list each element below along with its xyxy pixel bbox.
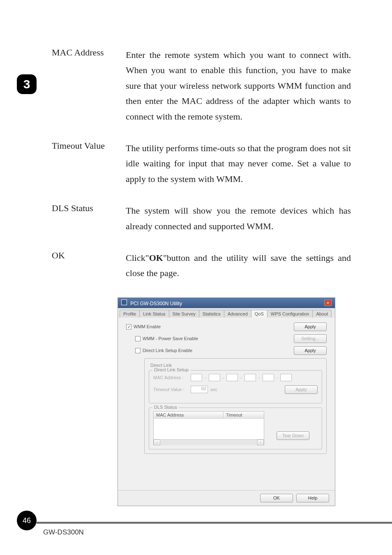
mac-octet-3[interactable] [226,374,238,381]
dls-enable-checkbox-wrap[interactable]: Direct Link Setup Enable [135,348,192,353]
mac-octet-4[interactable] [244,374,256,381]
apply-button-dls[interactable]: Apply [294,346,327,355]
timeout-row: Timeout Value : 60 sec Apply [153,385,318,394]
teardown-button: Tear Down [277,431,309,440]
dls-enable-checkbox[interactable] [135,348,141,353]
titlebar-left: PCI GW-DS300N Utility [121,299,182,306]
dls-header-mac: MAC Address [154,412,224,418]
mac-octet-5[interactable] [263,374,274,381]
mac-sep: - [223,375,224,380]
dls-header-row: MAC Address Timeout [154,412,264,419]
wmm-ps-checkbox-wrap[interactable]: WMM - Power Save Enable [135,336,198,341]
wmm-enable-row: ✓ WMM Enable Apply [126,322,327,331]
dls-setup-group-label: Direct Link Setup [152,367,190,372]
mac-address-row: MAC Address : - - - - - [153,374,318,381]
dialog-footer: OK Help [118,490,335,506]
footer-divider [37,522,392,522]
tab-statistics[interactable]: Statistics [199,310,224,318]
scroll-track[interactable] [160,440,257,445]
tab-advanced[interactable]: Advanced [224,310,251,318]
desc-ok-pre: Click" [126,253,149,263]
utility-dialog: PCI GW-DS300N Utility × Profile Link Sta… [118,297,335,506]
scroll-left-icon[interactable]: ‹ [154,440,160,445]
wmm-ps-row: WMM - Power Save Enable Setting... [135,334,327,343]
teardown-wrap: Tear Down [277,411,309,445]
wmm-enable-checkbox[interactable]: ✓ [126,324,131,329]
dls-setup-group: Direct Link Setup MAC Address : - - - - … [149,370,322,403]
tab-qos[interactable]: QoS [251,310,267,318]
mac-octet-1[interactable] [191,374,202,381]
footer-divider [37,523,392,523]
ok-button[interactable]: OK [260,494,293,502]
help-button[interactable]: Help [296,494,329,502]
desc-dls-status: The system will show you the remote devi… [126,203,351,234]
dls-enable-row: Direct Link Setup Enable Apply [135,346,327,355]
mac-sep: - [277,375,278,380]
desc-ok: Click"OK"button and the utility will sav… [126,250,351,281]
content-area: MAC Address Enter the remote system whic… [52,47,351,506]
horizontal-scrollbar[interactable]: ‹ › [154,439,264,445]
setting-button: Setting... [294,334,327,343]
definition-row: DLS Status The system will show you the … [52,203,351,234]
page-number-badge: 46 [17,511,37,530]
desc-mac-address: Enter the remote system which you want t… [126,47,351,124]
dls-status-table-wrap: MAC Address Timeout ‹ › Tear Down [153,411,318,445]
wmm-ps-label: WMM - Power Save Enable [143,336,198,341]
desc-timeout-value: The utility performs time-outs so that t… [126,140,351,187]
timeout-label: Timeout Value : [153,387,188,392]
tab-profile[interactable]: Profile [120,310,140,318]
chapter-badge: 3 [17,74,37,94]
dls-empty-area [154,419,264,439]
tab-link-status[interactable]: Link Status [139,310,169,318]
term-mac-address: MAC Address [52,47,126,124]
scroll-right-icon[interactable]: › [257,440,264,445]
definition-row: OK Click"OK"button and the utility will … [52,250,351,281]
dls-status-list[interactable]: MAC Address Timeout ‹ › [153,411,264,445]
mac-octet-6[interactable] [280,374,292,381]
apply-button-setup: Apply [285,385,318,394]
product-name: GW-DS300N [43,528,84,537]
dls-status-group-label: DLS Status [152,405,179,410]
mac-sep: - [205,375,206,380]
close-icon[interactable]: × [324,299,332,306]
timeout-unit: sec [210,387,217,392]
mac-octet-2[interactable] [209,374,220,381]
tab-strip: Profile Link Status Site Survey Statisti… [118,308,335,318]
timeout-input[interactable]: 60 [191,386,208,393]
tab-about[interactable]: About [312,310,332,318]
dls-header-timeout: Timeout [224,412,264,418]
desc-ok-bold: OK [149,253,163,263]
mac-sep: - [240,375,242,380]
tab-site-survey[interactable]: Site Survey [169,310,199,318]
tab-wps-configuration[interactable]: WPS Configuration [267,310,313,318]
apply-button-wmm[interactable]: Apply [294,322,327,331]
wmm-enable-label: WMM Enable [134,324,161,329]
definition-row: Timeout Value The utility performs time-… [52,140,351,187]
term-timeout-value: Timeout Value [52,140,126,187]
term-dls-status: DLS Status [52,203,126,234]
dls-enable-label: Direct Link Setup Enable [143,348,192,353]
wmm-ps-checkbox[interactable] [135,336,141,341]
direct-link-group: Direct Link Direct Link Setup MAC Addres… [144,358,327,454]
definition-row: MAC Address Enter the remote system whic… [52,47,351,124]
window-title: PCI GW-DS300N Utility [130,301,182,306]
app-icon [121,299,127,305]
dls-status-group: DLS Status MAC Address Timeout ‹ › [149,408,322,449]
wmm-enable-checkbox-wrap[interactable]: ✓ WMM Enable [126,324,161,329]
titlebar: PCI GW-DS300N Utility × [118,298,335,308]
mac-sep: - [258,375,260,380]
term-ok: OK [52,250,126,281]
mac-address-label: MAC Address : [153,375,188,380]
dialog-body: ✓ WMM Enable Apply WMM - Power Save Enab… [118,318,335,490]
